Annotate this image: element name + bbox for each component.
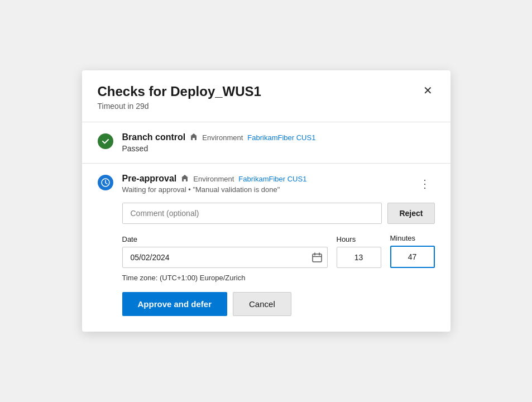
date-input[interactable]	[122, 247, 328, 268]
environment-link-preapproval[interactable]: FabrikamFiber CUS1	[238, 175, 306, 183]
pre-approval-section: Pre-approval Environment FabrikamFiber C…	[98, 164, 435, 316]
calendar-icon	[312, 252, 322, 262]
branch-control-status: Passed	[122, 144, 435, 153]
modal-subtitle: Timeout in 29d	[98, 102, 261, 111]
date-label: Date	[122, 235, 328, 243]
more-options-button[interactable]: ⋮	[415, 176, 435, 192]
timezone-text: Time zone: (UTC+1:00) Europe/Zurich	[122, 274, 435, 282]
pre-approval-content: Pre-approval Environment FabrikamFiber C…	[122, 174, 406, 194]
hours-label: Hours	[337, 235, 381, 243]
calendar-icon-button[interactable]	[312, 252, 322, 262]
comment-input[interactable]	[122, 203, 382, 224]
minutes-field-group: Minutes	[390, 234, 435, 268]
passed-icon	[98, 133, 113, 149]
environment-label-branch: Environment	[202, 133, 243, 142]
pre-approval-header: Pre-approval Environment FabrikamFiber C…	[98, 174, 435, 194]
datetime-row: Date Hours	[122, 234, 435, 268]
modal-header: Checks for Deploy_WUS1 Timeout in 29d ✕	[98, 84, 435, 111]
branch-control-section: Branch control Environment FabrikamFiber…	[98, 122, 435, 163]
more-options-icon: ⋮	[419, 178, 430, 190]
comment-row: Reject	[122, 203, 435, 224]
close-icon: ✕	[423, 84, 433, 97]
modal-title: Checks for Deploy_WUS1	[98, 84, 261, 100]
reject-button[interactable]: Reject	[387, 203, 434, 224]
clock-icon	[101, 178, 110, 187]
minutes-input[interactable]	[390, 246, 435, 268]
hours-field-group: Hours	[337, 235, 381, 268]
date-input-wrapper	[122, 247, 328, 268]
approve-defer-button[interactable]: Approve and defer	[122, 292, 228, 316]
svg-line-5	[106, 183, 107, 184]
svg-marker-2	[190, 133, 197, 136]
environment-label-preapproval: Environment	[193, 175, 234, 183]
hours-input[interactable]	[337, 247, 381, 268]
svg-rect-7	[184, 179, 186, 181]
cancel-button[interactable]: Cancel	[233, 292, 291, 316]
waiting-text: Waiting for approval • "Manual validatio…	[122, 185, 406, 194]
minutes-label: Minutes	[390, 234, 435, 242]
environment-link-branch[interactable]: FabrikamFiber CUS1	[247, 133, 315, 142]
checks-modal: Checks for Deploy_WUS1 Timeout in 29d ✕ …	[82, 70, 450, 332]
svg-rect-1	[193, 138, 195, 140]
environment-icon-preapproval	[181, 174, 189, 184]
datetime-fields: Date Hours	[122, 234, 435, 268]
close-button[interactable]: ✕	[421, 83, 435, 98]
date-field-group: Date	[122, 235, 328, 268]
environment-icon-branch	[190, 133, 198, 142]
branch-control-content: Branch control Environment FabrikamFiber…	[122, 132, 435, 153]
checkmark-icon	[101, 137, 110, 146]
modal-title-group: Checks for Deploy_WUS1 Timeout in 29d	[98, 84, 261, 111]
pre-approval-name: Pre-approval	[122, 174, 177, 184]
pre-approval-title-row: Pre-approval Environment FabrikamFiber C…	[122, 174, 406, 184]
action-buttons: Approve and defer Cancel	[122, 292, 435, 316]
branch-control-name: Branch control	[122, 132, 186, 142]
svg-marker-8	[181, 175, 188, 178]
branch-control-title-row: Branch control Environment FabrikamFiber…	[122, 132, 435, 142]
pending-icon	[98, 175, 113, 190]
svg-rect-9	[313, 254, 322, 262]
